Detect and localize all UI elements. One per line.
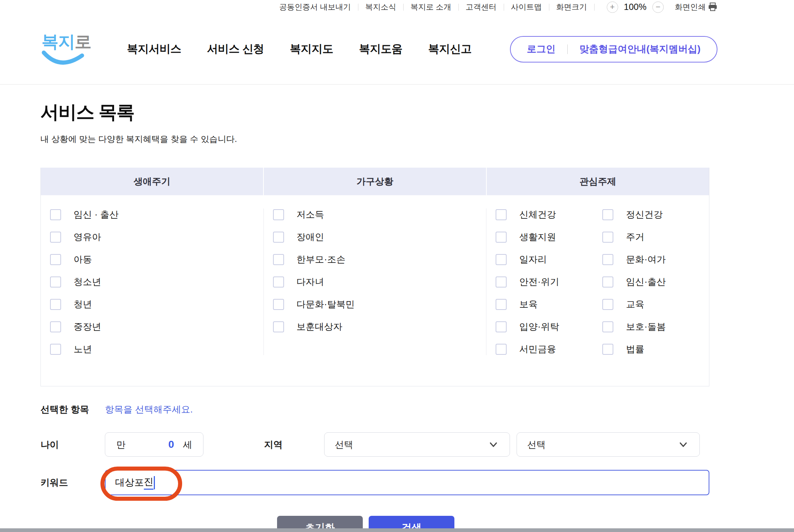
checkbox-label[interactable]: 법률 xyxy=(626,343,644,355)
topbar-link-about[interactable]: 복지로 소개 xyxy=(411,2,451,12)
checkbox-label[interactable]: 문화·여가 xyxy=(626,253,666,265)
checkbox[interactable] xyxy=(273,254,284,265)
checkbox-label[interactable]: 생활지원 xyxy=(519,231,556,243)
checkbox-row[interactable]: 임신 · 출산 xyxy=(50,208,263,221)
nav-item-welfare-map[interactable]: 복지지도 xyxy=(290,42,333,57)
checkbox-row[interactable]: 교육 xyxy=(602,298,709,310)
checkbox-row[interactable]: 청소년 xyxy=(50,276,263,288)
region-select-province[interactable]: 선택 xyxy=(324,432,510,457)
checkbox[interactable] xyxy=(602,344,613,355)
topbar-link-customer-center[interactable]: 고객센터 xyxy=(466,2,497,12)
checkbox-row[interactable]: 다문화·탈북민 xyxy=(273,298,486,310)
checkbox-row[interactable]: 아동 xyxy=(50,253,263,265)
checkbox-label[interactable]: 중장년 xyxy=(74,321,101,333)
login-button[interactable]: 로그인 xyxy=(527,43,556,56)
checkbox-row[interactable]: 생활지원 xyxy=(496,231,602,243)
checkbox-label[interactable]: 안전·위기 xyxy=(519,276,559,288)
checkbox-label[interactable]: 정신건강 xyxy=(626,208,663,221)
checkbox-row[interactable]: 한부모·조손 xyxy=(273,253,486,265)
topbar-link-cert-export[interactable]: 공동인증서 내보내기 xyxy=(279,2,351,12)
checkbox-label[interactable]: 서민금융 xyxy=(519,343,556,355)
checkbox[interactable] xyxy=(496,232,507,243)
checkbox[interactable] xyxy=(602,299,613,310)
checkbox[interactable] xyxy=(273,321,284,332)
checkbox-row[interactable]: 신체건강 xyxy=(496,208,602,221)
checkbox[interactable] xyxy=(273,276,284,288)
nav-item-welfare-services[interactable]: 복지서비스 xyxy=(127,42,181,57)
checkbox-row[interactable]: 안전·위기 xyxy=(496,276,602,288)
nav-item-welfare-help[interactable]: 복지도움 xyxy=(359,42,403,57)
topbar-link-screen-size[interactable]: 화면크기 xyxy=(556,2,587,12)
checkbox-label[interactable]: 입양·위탁 xyxy=(519,321,559,333)
checkbox-label[interactable]: 임신 · 출산 xyxy=(74,208,118,221)
checkbox-label[interactable]: 일자리 xyxy=(519,253,547,265)
checkbox[interactable] xyxy=(50,232,61,243)
checkbox-row[interactable]: 청년 xyxy=(50,298,263,310)
checkbox[interactable] xyxy=(50,276,61,288)
region-select-district[interactable]: 선택 xyxy=(517,432,700,457)
keyword-input[interactable]: 대상포진 xyxy=(105,470,709,495)
checkbox[interactable] xyxy=(50,321,61,332)
checkbox[interactable] xyxy=(496,344,507,355)
checkbox[interactable] xyxy=(496,299,507,310)
checkbox[interactable] xyxy=(496,276,507,288)
zoom-in-button[interactable]: + xyxy=(607,1,618,13)
checkbox-label[interactable]: 보호·돌봄 xyxy=(626,321,666,333)
checkbox-label[interactable]: 다문화·탈북민 xyxy=(297,298,355,310)
checkbox[interactable] xyxy=(50,254,61,265)
checkbox[interactable] xyxy=(602,321,613,332)
checkbox-row[interactable]: 임신·출산 xyxy=(602,276,709,288)
checkbox-row[interactable]: 장애인 xyxy=(273,231,486,243)
checkbox-label[interactable]: 보훈대상자 xyxy=(297,321,343,333)
checkbox-row[interactable]: 다자녀 xyxy=(273,276,486,288)
checkbox-label[interactable]: 교육 xyxy=(626,298,644,310)
checkbox-row[interactable]: 일자리 xyxy=(496,253,602,265)
checkbox-label[interactable]: 청소년 xyxy=(74,276,101,288)
age-input[interactable]: 0 xyxy=(168,439,174,450)
checkbox-label[interactable]: 한부모·조손 xyxy=(297,253,345,265)
checkbox-label[interactable]: 청년 xyxy=(74,298,92,310)
checkbox-label[interactable]: 장애인 xyxy=(297,231,324,243)
checkbox-row[interactable]: 보호·돌봄 xyxy=(602,321,709,333)
zoom-out-button[interactable]: − xyxy=(652,1,664,13)
checkbox[interactable] xyxy=(496,321,507,332)
checkbox-row[interactable]: 문화·여가 xyxy=(602,253,709,265)
checkbox[interactable] xyxy=(273,232,284,243)
checkbox[interactable] xyxy=(602,254,613,265)
topbar-link-news[interactable]: 복지소식 xyxy=(365,2,396,12)
checkbox-label[interactable]: 노년 xyxy=(74,343,92,355)
checkbox-label[interactable]: 임신·출산 xyxy=(626,276,666,288)
nav-item-welfare-report[interactable]: 복지신고 xyxy=(428,42,472,57)
topbar-link-sitemap[interactable]: 사이트맵 xyxy=(511,2,542,12)
checkbox[interactable] xyxy=(273,209,284,220)
checkbox[interactable] xyxy=(496,254,507,265)
checkbox-label[interactable]: 다자녀 xyxy=(297,276,324,288)
print-button[interactable]: 화면인쇄 xyxy=(675,2,717,12)
checkbox[interactable] xyxy=(602,232,613,243)
nav-item-service-apply[interactable]: 서비스 신청 xyxy=(207,42,264,57)
checkbox[interactable] xyxy=(50,209,61,220)
checkbox-label[interactable]: 저소득 xyxy=(297,208,324,221)
checkbox[interactable] xyxy=(50,344,61,355)
checkbox-label[interactable]: 신체건강 xyxy=(519,208,556,221)
checkbox-row[interactable]: 정신건강 xyxy=(602,208,709,221)
age-field[interactable]: 만 0 세 xyxy=(105,432,203,457)
checkbox[interactable] xyxy=(273,299,284,310)
checkbox-label[interactable]: 주거 xyxy=(626,231,644,243)
checkbox-label[interactable]: 영유아 xyxy=(74,231,101,243)
checkbox-label[interactable]: 아동 xyxy=(74,253,92,265)
checkbox-row[interactable]: 입양·위탁 xyxy=(496,321,602,333)
checkbox-row[interactable]: 보훈대상자 xyxy=(273,321,486,333)
checkbox-row[interactable]: 보육 xyxy=(496,298,602,310)
checkbox-row[interactable]: 주거 xyxy=(602,231,709,243)
checkbox-row[interactable]: 영유아 xyxy=(50,231,263,243)
checkbox-row[interactable]: 서민금융 xyxy=(496,343,602,355)
checkbox-row[interactable]: 노년 xyxy=(50,343,263,355)
checkbox[interactable] xyxy=(496,209,507,220)
checkbox-row[interactable]: 법률 xyxy=(602,343,709,355)
checkbox[interactable] xyxy=(602,276,613,288)
checkbox-row[interactable]: 저소득 xyxy=(273,208,486,221)
membership-guide-button[interactable]: 맞춤형급여안내(복지멤버십) xyxy=(579,43,701,56)
checkbox-row[interactable]: 중장년 xyxy=(50,321,263,333)
checkbox[interactable] xyxy=(50,299,61,310)
